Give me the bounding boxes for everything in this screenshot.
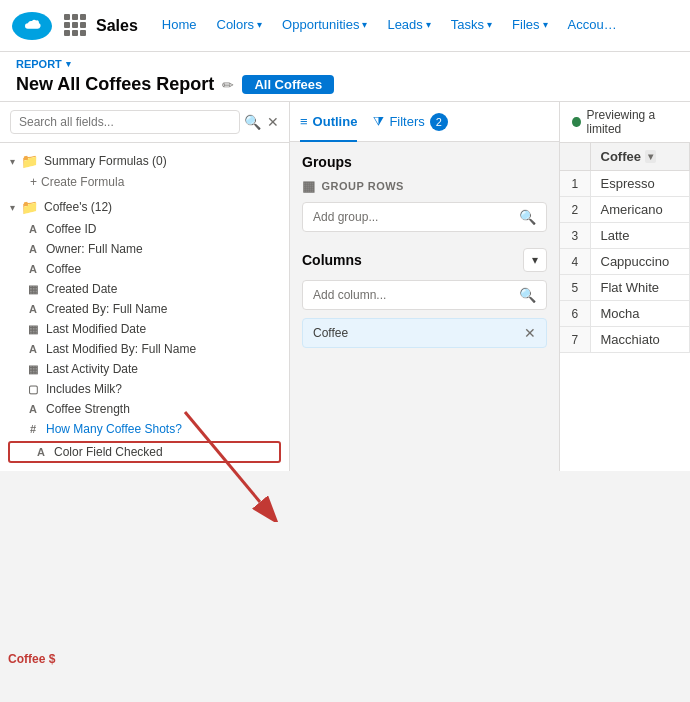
list-icon: ≡ bbox=[300, 114, 308, 129]
folder-icon: 📁 bbox=[21, 153, 38, 169]
coffee-value: Mocha bbox=[590, 301, 690, 327]
text-icon: A bbox=[26, 343, 40, 355]
table-row: 3Latte bbox=[560, 223, 690, 249]
preview-banner: Previewing a limited bbox=[560, 102, 690, 143]
field-last-modified-date[interactable]: ▦ Last Modified Date bbox=[0, 319, 289, 339]
app-launcher-icon[interactable] bbox=[64, 14, 88, 38]
edit-icon[interactable]: ✏ bbox=[222, 77, 234, 93]
outline-tabs: ≡ Outline ⧩ Filters 2 bbox=[290, 102, 559, 142]
add-column-box[interactable]: Add column... 🔍 bbox=[302, 280, 547, 310]
groups-section-title: Groups bbox=[302, 154, 547, 170]
column-filter-icon[interactable]: ▾ bbox=[645, 150, 656, 163]
nav-item-files[interactable]: Files ▾ bbox=[504, 0, 555, 52]
top-nav: Sales Home Colors ▾ Opportunities ▾ Lead… bbox=[0, 0, 690, 52]
search-icon: 🔍 bbox=[519, 287, 536, 303]
row-number: 5 bbox=[560, 275, 590, 301]
chevron-down-icon[interactable]: ▾ bbox=[66, 59, 71, 69]
number-icon: # bbox=[26, 423, 40, 435]
table-row: 7Macchiato bbox=[560, 327, 690, 353]
right-panel: Previewing a limited Coffee ▾ 1Espresso2… bbox=[560, 102, 690, 471]
coffee-value: Cappuccino bbox=[590, 249, 690, 275]
coffees-section-label: Coffee's (12) bbox=[44, 200, 112, 214]
app-name: Sales bbox=[96, 17, 138, 35]
calendar-icon: ▦ bbox=[26, 363, 40, 376]
group-rows-icon: ▦ bbox=[302, 178, 316, 194]
all-coffees-tab[interactable]: All Coffees bbox=[242, 75, 334, 94]
field-coffee-id[interactable]: A Coffee ID bbox=[0, 219, 289, 239]
chip-close-icon[interactable]: ✕ bbox=[524, 325, 536, 341]
row-number: 1 bbox=[560, 171, 590, 197]
chevron-down-icon: ▾ bbox=[426, 19, 431, 30]
text-icon: A bbox=[34, 446, 48, 458]
sub-header: REPORT ▾ New All Coffees Report ✏ All Co… bbox=[0, 52, 690, 102]
nav-item-home[interactable]: Home bbox=[154, 0, 205, 52]
fields-list: ▾ 📁 Summary Formulas (0) + Create Formul… bbox=[0, 143, 289, 471]
preview-table: Coffee ▾ 1Espresso2Americano3Latte4Cappu… bbox=[560, 143, 690, 353]
chevron-down-icon: ▾ bbox=[487, 19, 492, 30]
nav-item-colors[interactable]: Colors ▾ bbox=[209, 0, 271, 52]
field-includes-milk[interactable]: ▢ Includes Milk? bbox=[0, 379, 289, 399]
calendar-icon: ▦ bbox=[26, 323, 40, 336]
text-icon: A bbox=[26, 263, 40, 275]
report-title: New All Coffees Report bbox=[16, 74, 214, 95]
field-coffee[interactable]: A Coffee bbox=[0, 259, 289, 279]
row-number: 2 bbox=[560, 197, 590, 223]
column-chip-coffee: Coffee ✕ bbox=[302, 318, 547, 348]
group-rows-label: ▦ GROUP ROWS bbox=[302, 178, 547, 194]
columns-header: Columns ▾ bbox=[302, 248, 547, 272]
salesforce-logo bbox=[12, 12, 52, 40]
summary-formulas-section[interactable]: ▾ 📁 Summary Formulas (0) bbox=[0, 149, 289, 173]
nav-item-account[interactable]: Accou… bbox=[560, 0, 625, 52]
row-number: 4 bbox=[560, 249, 590, 275]
field-color-field-checked[interactable]: A Color Field Checked bbox=[8, 441, 281, 463]
table-row: 4Cappuccino bbox=[560, 249, 690, 275]
coffees-section[interactable]: ▾ 📁 Coffee's (12) bbox=[0, 195, 289, 219]
nav-item-tasks[interactable]: Tasks ▾ bbox=[443, 0, 500, 52]
table-row: 1Espresso bbox=[560, 171, 690, 197]
chevron-down-icon: ▾ bbox=[362, 19, 367, 30]
chevron-down-icon: ▾ bbox=[543, 19, 548, 30]
tab-filters[interactable]: ⧩ Filters 2 bbox=[373, 102, 447, 142]
text-icon: A bbox=[26, 403, 40, 415]
field-last-activity-date[interactable]: ▦ Last Activity Date bbox=[0, 359, 289, 379]
field-coffee-strength[interactable]: A Coffee Strength bbox=[0, 399, 289, 419]
row-number: 3 bbox=[560, 223, 590, 249]
field-created-by[interactable]: A Created By: Full Name bbox=[0, 299, 289, 319]
columns-title: Columns bbox=[302, 252, 362, 268]
annotation-label: Coffee $ bbox=[8, 652, 55, 666]
search-input[interactable] bbox=[10, 110, 240, 134]
field-coffee-shots[interactable]: # How Many Coffee Shots? bbox=[0, 419, 289, 439]
field-created-date[interactable]: ▦ Created Date bbox=[0, 279, 289, 299]
search-row: 🔍 ✕ bbox=[0, 102, 289, 143]
main-panels: 🔍 ✕ ▾ 📁 Summary Formulas (0) + Create Fo… bbox=[0, 102, 690, 471]
search-icon[interactable]: 🔍 bbox=[244, 114, 261, 130]
report-title-row: New All Coffees Report ✏ All Coffees bbox=[16, 74, 674, 101]
table-row: 5Flat White bbox=[560, 275, 690, 301]
coffee-column-header: Coffee ▾ bbox=[590, 143, 690, 171]
tab-outline[interactable]: ≡ Outline bbox=[300, 102, 357, 142]
create-formula[interactable]: + Create Formula bbox=[0, 173, 289, 195]
row-number: 6 bbox=[560, 301, 590, 327]
row-num-header bbox=[560, 143, 590, 171]
filter-count-badge: 2 bbox=[430, 113, 448, 131]
text-icon: A bbox=[26, 243, 40, 255]
field-owner-full-name[interactable]: A Owner: Full Name bbox=[0, 239, 289, 259]
plus-icon: + bbox=[30, 175, 37, 189]
chevron-down-icon: ▾ bbox=[257, 19, 262, 30]
report-label: REPORT ▾ bbox=[16, 58, 674, 70]
coffee-value: Americano bbox=[590, 197, 690, 223]
text-icon: A bbox=[26, 223, 40, 235]
field-last-modified-by[interactable]: A Last Modified By: Full Name bbox=[0, 339, 289, 359]
nav-item-opportunities[interactable]: Opportunities ▾ bbox=[274, 0, 375, 52]
status-green-dot bbox=[572, 117, 581, 127]
left-panel: 🔍 ✕ ▾ 📁 Summary Formulas (0) + Create Fo… bbox=[0, 102, 290, 471]
coffee-value: Espresso bbox=[590, 171, 690, 197]
columns-actions-button[interactable]: ▾ bbox=[523, 248, 547, 272]
coffee-value: Latte bbox=[590, 223, 690, 249]
folder-icon: 📁 bbox=[21, 199, 38, 215]
calendar-icon: ▦ bbox=[26, 283, 40, 296]
table-row: 6Mocha bbox=[560, 301, 690, 327]
nav-item-leads[interactable]: Leads ▾ bbox=[379, 0, 438, 52]
close-icon[interactable]: ✕ bbox=[267, 114, 279, 130]
add-group-box[interactable]: Add group... 🔍 bbox=[302, 202, 547, 232]
